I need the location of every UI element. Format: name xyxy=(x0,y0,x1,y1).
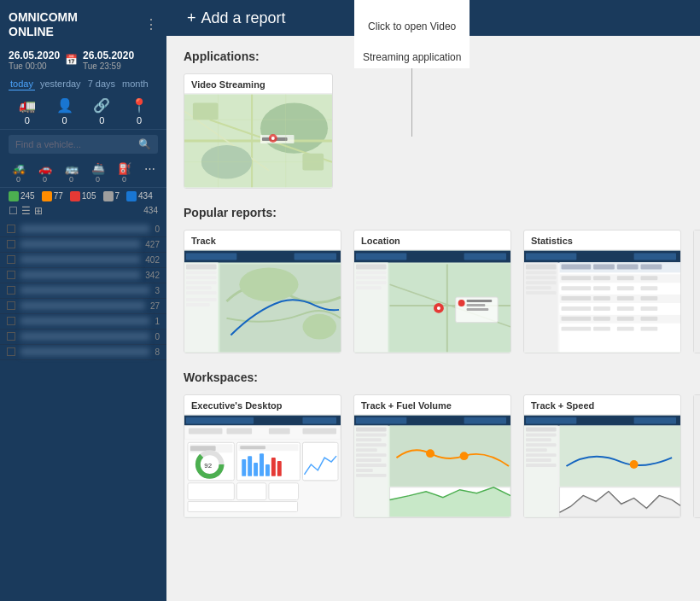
svg-rect-63 xyxy=(526,286,551,289)
list-item[interactable]: 1 xyxy=(0,314,166,330)
vtype-car[interactable]: 🚗 0 xyxy=(38,162,52,184)
vehicle-checkbox[interactable] xyxy=(7,347,15,356)
svg-rect-92 xyxy=(562,317,592,321)
list-item[interactable]: 342 xyxy=(0,268,166,283)
stat-people: 👤 0 xyxy=(56,97,73,125)
svg-rect-41 xyxy=(356,281,387,284)
svg-rect-51 xyxy=(467,308,489,311)
view-toggle[interactable]: ☐ ☰ ⊞ xyxy=(9,205,43,217)
svg-rect-162 xyxy=(526,448,547,452)
svg-rect-35 xyxy=(356,254,406,260)
logo: OMNICOMM ONLINE xyxy=(9,10,78,39)
workspace-card-executive[interactable]: Executive's Desktop xyxy=(184,394,341,518)
vtype-bus-icon: 🚌 xyxy=(65,162,79,175)
search-icon: 🔍 xyxy=(138,138,151,150)
svg-rect-84 xyxy=(617,296,634,300)
vehicle-count: 27 xyxy=(150,301,160,311)
svg-rect-42 xyxy=(356,286,382,289)
grid-icon: ⊞ xyxy=(34,205,43,217)
workspaces-section-title: Workspaces: xyxy=(184,371,700,384)
svg-rect-142 xyxy=(356,448,377,452)
svg-rect-40 xyxy=(356,276,387,279)
tab-month[interactable]: month xyxy=(120,78,150,90)
svg-rect-99 xyxy=(617,327,634,331)
add-report-label: Add a report xyxy=(201,9,286,27)
list-item[interactable]: 27 xyxy=(0,299,166,314)
status-red xyxy=(70,191,80,201)
report-card-track[interactable]: Track xyxy=(184,230,341,353)
svg-rect-59 xyxy=(526,264,557,269)
svg-rect-60 xyxy=(526,271,557,274)
list-count: 434 xyxy=(143,206,158,215)
list-item[interactable]: 3 xyxy=(0,283,166,299)
svg-rect-25 xyxy=(186,281,217,284)
svg-rect-62 xyxy=(526,281,557,284)
search-input[interactable] xyxy=(15,139,138,149)
report-card-statistics[interactable]: Statistics xyxy=(523,230,681,353)
svg-rect-164 xyxy=(526,458,551,462)
svg-rect-147 xyxy=(356,474,387,477)
svg-rect-126 xyxy=(271,458,276,476)
vehicle-type-row: 🚜 0 🚗 0 🚌 0 🚢 0 ⛽ 0 ⋯ xyxy=(0,159,166,188)
vehicle-checkbox[interactable] xyxy=(7,317,15,325)
svg-rect-143 xyxy=(356,453,387,457)
svg-rect-94 xyxy=(617,317,634,321)
list-item[interactable]: 427 xyxy=(0,237,166,253)
stat-locations-count: 0 xyxy=(137,115,142,125)
list-item[interactable]: 402 xyxy=(0,253,166,268)
tab-7days[interactable]: 7 days xyxy=(86,78,117,90)
calendar-icon[interactable]: 📅 xyxy=(65,54,78,66)
status-blue-count: 434 xyxy=(138,191,153,201)
vehicle-checkbox[interactable] xyxy=(7,332,15,341)
vtype-fuel-icon: ⛽ xyxy=(118,162,131,175)
vehicle-checkbox[interactable] xyxy=(7,301,15,310)
svg-rect-113 xyxy=(190,446,216,451)
svg-rect-135 xyxy=(356,417,406,424)
svg-rect-155 xyxy=(526,417,576,424)
workspace-card-fuel[interactable]: Track + Fuel Volume xyxy=(353,394,511,518)
vehicle-checkbox[interactable] xyxy=(7,286,15,295)
vehicle-count: 3 xyxy=(155,286,160,295)
report-card-partial xyxy=(693,230,700,353)
tab-yesterday[interactable]: yesterday xyxy=(38,78,83,90)
svg-rect-160 xyxy=(526,438,551,441)
search-bar[interactable]: 🔍 xyxy=(9,135,158,154)
svg-rect-121 xyxy=(242,459,246,476)
vtype-bus[interactable]: 🚌 0 xyxy=(65,162,79,184)
svg-rect-130 xyxy=(269,483,299,500)
vehicle-checkbox[interactable] xyxy=(7,240,15,248)
sidebar-menu-icon[interactable]: ⋮ xyxy=(144,16,158,32)
vehicle-checkbox[interactable] xyxy=(7,271,15,279)
vtype-truck[interactable]: 🚜 0 xyxy=(12,162,26,184)
vtype-car-icon: 🚗 xyxy=(38,162,52,175)
vtype-fuel[interactable]: ⛽ 0 xyxy=(118,162,131,184)
svg-rect-28 xyxy=(186,298,217,301)
list-item[interactable]: 8 xyxy=(0,345,166,360)
report-card-location[interactable]: Location xyxy=(353,230,511,353)
plus-icon: + xyxy=(187,9,196,27)
svg-rect-38 xyxy=(356,264,387,269)
workspace-card-speed[interactable]: Track + Speed xyxy=(523,394,681,518)
svg-rect-129 xyxy=(236,483,266,500)
svg-point-31 xyxy=(239,267,298,301)
tooltip-line xyxy=(411,68,412,137)
stat-links: 🔗 0 xyxy=(93,97,110,125)
workspace-grid: Executive's Desktop xyxy=(184,394,700,518)
vehicle-checkbox[interactable] xyxy=(7,225,15,233)
vtype-more[interactable]: ⋯ xyxy=(144,162,155,184)
svg-rect-64 xyxy=(526,291,557,295)
list-item[interactable]: 0 xyxy=(0,222,166,237)
vtype-boat[interactable]: 🚢 0 xyxy=(91,162,105,184)
app-card-thumbnail xyxy=(184,94,332,188)
tab-today[interactable]: today xyxy=(9,78,35,90)
vehicle-list-header: ☐ ☰ ⊞ 434 xyxy=(0,203,166,219)
add-report-button[interactable]: + Add a report xyxy=(178,4,295,32)
svg-point-32 xyxy=(302,314,336,340)
link-icon: 🔗 xyxy=(93,97,110,114)
app-card-video-streaming[interactable]: Video Streaming xyxy=(184,73,333,189)
svg-rect-67 xyxy=(562,264,592,269)
vehicle-count: 8 xyxy=(155,347,160,357)
svg-rect-93 xyxy=(593,317,610,321)
list-item[interactable]: 0 xyxy=(0,330,166,345)
vehicle-checkbox[interactable] xyxy=(7,255,15,264)
